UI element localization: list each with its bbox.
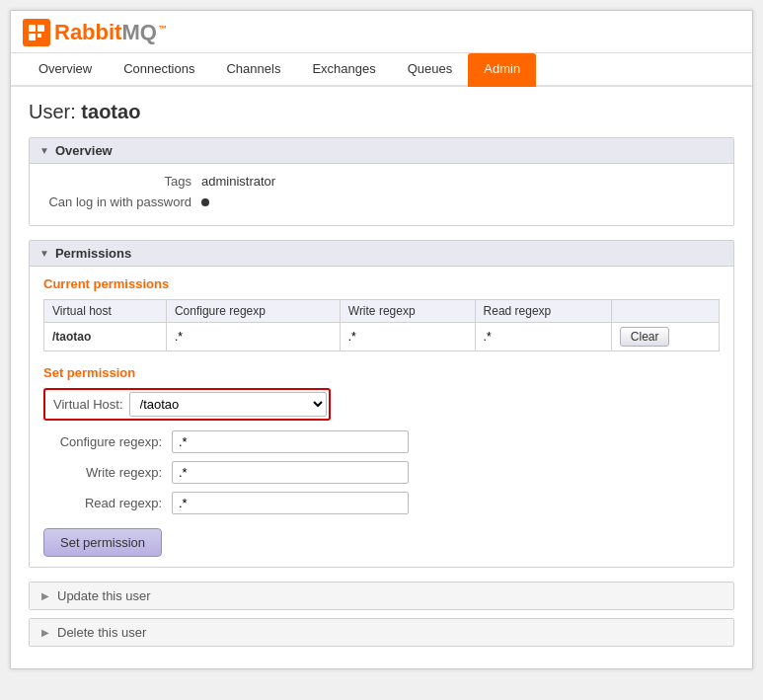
read-form-group: Read regexp: [43,492,720,514]
write-input[interactable] [172,461,409,484]
permissions-arrow-icon: ▼ [39,248,49,259]
can-login-label: Can log in with password [43,194,201,209]
logo: RabbitMQ™ [23,19,167,46]
cell-write: .* [340,323,475,351]
page-wrapper: RabbitMQ™ Overview Connections Channels … [10,10,753,669]
set-permission-title: Set permission [43,365,720,380]
delete-user-title: Delete this user [57,625,146,640]
nav-item-queues[interactable]: Queues [392,53,469,87]
configure-label: Configure regexp: [43,434,172,449]
table-row: /taotao .* .* .* Clear [44,323,720,351]
logo-orange: Rabbit [54,20,121,44]
update-user-title: Update this user [57,588,151,603]
delete-user-header[interactable]: ▶ Delete this user [30,619,733,646]
cell-configure: .* [166,323,340,351]
vhost-form-group: Virtual Host: /taotao [43,388,720,421]
vhost-label: Virtual Host: [47,395,129,414]
cell-action: Clear [611,323,719,351]
svg-rect-2 [29,34,36,40]
nav-item-overview[interactable]: Overview [23,53,108,87]
logo-tm: ™ [158,24,167,34]
vhost-select-wrapper: Virtual Host: /taotao [43,388,331,421]
can-login-dot [201,198,209,206]
nav-item-exchanges[interactable]: Exchanges [296,53,391,87]
col-configure: Configure regexp [166,300,340,323]
page-title-prefix: User: [29,101,81,122]
col-action [611,300,719,323]
logo-text: RabbitMQ™ [54,20,167,45]
main-content: User: taotao ▼ Overview Tags administrat… [11,87,752,668]
svg-rect-1 [38,25,44,32]
cell-read: .* [475,323,611,351]
logo-icon [23,19,50,46]
logo-gray: MQ [121,20,156,44]
cell-vhost: /taotao [44,323,167,351]
current-permissions-title: Current permissions [43,276,720,291]
overview-panel-body: Tags administrator Can log in with passw… [30,164,733,225]
overview-arrow-icon: ▼ [39,145,49,156]
page-title: User: taotao [29,101,734,123]
permissions-table: Virtual host Configure regexp Write rege… [43,299,720,351]
tags-value: administrator [201,174,275,189]
svg-rect-0 [29,25,36,32]
nav-item-connections[interactable]: Connections [108,53,210,87]
vhost-select[interactable]: /taotao [129,392,327,417]
col-read: Read regexp [475,300,611,323]
svg-rect-3 [38,34,41,38]
tags-label: Tags [43,174,201,189]
tags-row: Tags administrator [43,174,720,189]
update-user-panel: ▶ Update this user [29,582,734,610]
update-user-arrow-icon: ▶ [41,590,49,601]
overview-panel: ▼ Overview Tags administrator Can log in… [29,137,734,226]
update-user-header[interactable]: ▶ Update this user [30,583,733,609]
delete-user-panel: ▶ Delete this user [29,618,734,647]
nav-bar: Overview Connections Channels Exchanges … [11,53,752,87]
overview-panel-header[interactable]: ▼ Overview [30,138,733,164]
overview-panel-title: Overview [55,143,113,158]
configure-form-group: Configure regexp: [43,430,720,453]
read-label: Read regexp: [43,496,172,510]
set-permission-button[interactable]: Set permission [43,528,162,557]
nav-item-channels[interactable]: Channels [210,53,296,87]
delete-user-arrow-icon: ▶ [41,627,49,638]
read-input[interactable] [172,492,409,514]
header: RabbitMQ™ [11,11,752,53]
nav-item-admin[interactable]: Admin [468,53,536,87]
logo-svg [27,23,46,42]
can-login-value [201,194,209,209]
clear-button[interactable]: Clear [620,327,670,347]
permissions-panel-header[interactable]: ▼ Permissions [30,241,733,267]
write-label: Write regexp: [43,465,172,480]
col-write: Write regexp [340,300,475,323]
can-login-row: Can log in with password [43,194,720,209]
write-form-group: Write regexp: [43,461,720,484]
page-title-value: taotao [81,101,140,122]
permissions-panel-title: Permissions [55,246,131,261]
col-vhost: Virtual host [44,300,167,323]
permissions-panel: ▼ Permissions Current permissions Virtua… [29,240,734,568]
permissions-panel-body: Current permissions Virtual host Configu… [30,267,733,567]
configure-input[interactable] [172,430,409,453]
